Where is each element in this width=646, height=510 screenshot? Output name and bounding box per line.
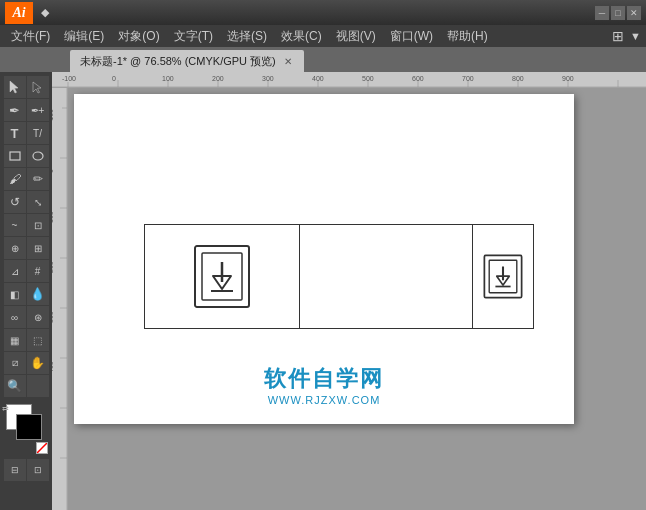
tool-group-transform: ↺ ⤡ [2,191,50,213]
menu-window[interactable]: 窗口(W) [384,26,439,47]
empty-tool [27,375,49,397]
touch-type-tool[interactable]: T/ [27,122,49,144]
svg-rect-0 [10,152,20,160]
svg-text:-100: -100 [52,109,54,123]
tool-group-selection [2,76,50,98]
tab-bar: 未标题-1* @ 76.58% (CMYK/GPU 预览) ✕ [0,47,646,72]
free-transform-tool[interactable]: ⊡ [27,214,49,236]
mesh-tool[interactable]: # [27,260,49,282]
art-cell-right [473,225,533,328]
svg-text:700: 700 [462,75,474,82]
tool-group-type: T T/ [2,122,50,144]
download-icon-small [483,254,523,299]
main-area: ✒ ✒+ T T/ 🖌 ✏ ↺ ⤡ ~ ⊡ ⊕ ⊞ [0,72,646,510]
close-button[interactable]: ✕ [627,6,641,20]
rectangle-tool[interactable] [4,145,26,167]
tool-group-perspective: ⊿ # [2,260,50,282]
tool-group-shape-builder: ⊕ ⊞ [2,237,50,259]
type-tool[interactable]: T [4,122,26,144]
selection-tool[interactable] [4,76,26,98]
svg-text:100: 100 [162,75,174,82]
gradient-tool[interactable]: ◧ [4,283,26,305]
pencil-tool[interactable]: ✏ [27,168,49,190]
minimize-button[interactable]: ─ [595,6,609,20]
svg-text:100: 100 [52,211,54,223]
color-swatch-area: ⇄ [2,404,50,454]
layout-icon: ⊞ [612,28,624,44]
rotate-tool[interactable]: ↺ [4,191,26,213]
direct-selection-tool[interactable] [27,76,49,98]
menu-view[interactable]: 视图(V) [330,26,382,47]
warp-tool[interactable]: ~ [4,214,26,236]
svg-text:-100: -100 [62,75,76,82]
menu-file[interactable]: 文件(F) [5,26,56,47]
menu-select[interactable]: 选择(S) [221,26,273,47]
ellipse-tool[interactable] [27,145,49,167]
paintbrush-tool[interactable]: 🖌 [4,168,26,190]
eyedropper-tool[interactable]: 💧 [27,283,49,305]
menu-object[interactable]: 对象(O) [112,26,165,47]
art-cell-middle [300,225,473,328]
svg-text:200: 200 [52,261,54,273]
document-tab[interactable]: 未标题-1* @ 76.58% (CMYK/GPU 预览) ✕ [70,50,304,72]
svg-text:900: 900 [562,75,574,82]
download-icon-large [193,244,251,309]
menu-effect[interactable]: 效果(C) [275,26,328,47]
ruler-left: -100 0 100 200 300 400 [52,88,68,510]
pen-tool[interactable]: ✒ [4,99,26,121]
column-graph-tool[interactable]: ▦ [4,329,26,351]
blend-tool[interactable]: ∞ [4,306,26,328]
tool-group-shape [2,145,50,167]
extra-button[interactable]: ⊡ [27,459,49,481]
svg-text:300: 300 [262,75,274,82]
watermark-url-text: WWW.RJZXW.COM [264,394,384,406]
scale-tool[interactable]: ⤡ [27,191,49,213]
svg-text:300: 300 [52,311,54,323]
tool-group-zoom: 🔍 [2,375,50,397]
tab-label: 未标题-1* @ 76.58% (CMYK/GPU 预览) [80,54,276,69]
title-bar: Ai ◆ ─ □ ✕ [0,0,646,25]
watermark-main-text: 软件自学网 [264,364,384,394]
svg-text:0: 0 [112,75,116,82]
add-anchor-tool[interactable]: ✒+ [27,99,49,121]
artboard-tool[interactable]: ⬚ [27,329,49,351]
zoom-tool[interactable]: 🔍 [4,375,26,397]
tool-group-slice: ⧄ ✋ [2,352,50,374]
screen-mode-button[interactable]: ⊟ [4,459,26,481]
svg-text:0: 0 [52,169,54,173]
swap-colors-icon[interactable]: ⇄ [2,404,9,413]
tool-group-blend: ∞ ⊛ [2,306,50,328]
symbol-spray-tool[interactable]: ⊛ [27,306,49,328]
background-color[interactable] [16,414,42,440]
perspective-grid-tool[interactable]: ⊿ [4,260,26,282]
app-title-icon: ◆ [41,6,49,19]
art-cell-left [145,225,300,328]
hand-tool[interactable]: ✋ [27,352,49,374]
artwork-frame [144,224,534,329]
svg-point-1 [33,152,43,160]
menu-type[interactable]: 文字(T) [168,26,219,47]
svg-text:600: 600 [412,75,424,82]
svg-text:400: 400 [52,361,54,373]
tab-close-button[interactable]: ✕ [282,55,294,68]
canvas-page: 软件自学网 WWW.RJZXW.COM [74,94,574,424]
menu-help[interactable]: 帮助(H) [441,26,494,47]
tool-group-brush: 🖌 ✏ [2,168,50,190]
svg-text:500: 500 [362,75,374,82]
live-paint-tool[interactable]: ⊞ [27,237,49,259]
canvas-area[interactable]: -100 0 100 200 300 400 500 600 700 800 9… [52,72,646,510]
tool-group-gradient: ◧ 💧 [2,283,50,305]
none-color-icon[interactable] [36,442,48,454]
tool-group-pen: ✒ ✒+ [2,99,50,121]
svg-text:800: 800 [512,75,524,82]
shape-builder-tool[interactable]: ⊕ [4,237,26,259]
ai-logo: Ai [5,2,33,24]
menu-edit[interactable]: 编辑(E) [58,26,110,47]
maximize-button[interactable]: □ [611,6,625,20]
slice-tool[interactable]: ⧄ [4,352,26,374]
svg-line-2 [37,443,47,453]
svg-text:200: 200 [212,75,224,82]
watermark: 软件自学网 WWW.RJZXW.COM [264,364,384,406]
menu-bar: 文件(F) 编辑(E) 对象(O) 文字(T) 选择(S) 效果(C) 视图(V… [0,25,646,47]
tool-group-warp: ~ ⊡ [2,214,50,236]
